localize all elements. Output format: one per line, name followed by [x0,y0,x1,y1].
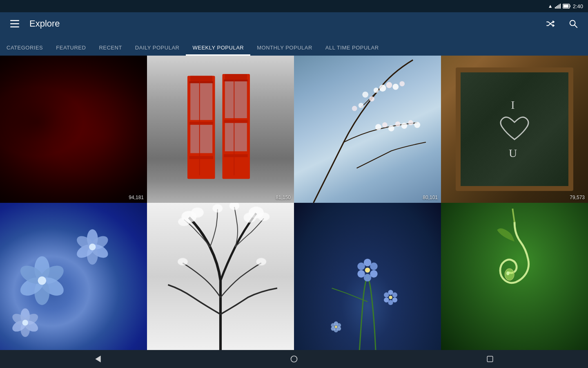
svg-point-41 [408,120,414,126]
svg-rect-0 [555,7,556,9]
svg-rect-24 [225,81,247,118]
svg-point-40 [401,123,408,129]
search-icon [569,19,578,28]
svg-point-96 [335,325,337,328]
shuffle-icon [546,20,555,27]
svg-point-98 [506,272,510,275]
svg-point-70 [244,213,256,223]
tab-categories[interactable]: CATEGORIES [0,45,49,56]
svg-point-88 [384,292,389,297]
svg-point-31 [392,84,399,90]
blue-flowers-image [0,203,147,350]
svg-marker-99 [95,356,100,363]
svg-point-39 [395,121,401,127]
svg-point-73 [229,203,240,210]
svg-point-67 [191,207,204,218]
svg-point-34 [362,92,368,98]
svg-line-12 [575,25,577,27]
svg-point-35 [369,96,374,102]
wifi-icon: ▲ [548,3,553,9]
tab-recent[interactable]: RECENT [92,45,128,56]
svg-point-30 [386,82,392,88]
back-icon [94,355,102,363]
tab-featured[interactable]: FEATURED [49,45,92,56]
status-time: 2:40 [573,3,583,9]
svg-point-97 [505,269,514,280]
svg-point-100 [291,356,297,362]
loveyou-count: 79,573 [570,195,585,200]
svg-point-81 [357,263,365,270]
svg-rect-20 [189,156,214,159]
svg-point-77 [370,263,378,270]
grid-cell-loveyou[interactable]: I U 79,573 [441,56,588,203]
back-button[interactable] [86,351,110,367]
recents-button[interactable] [478,351,502,367]
svg-point-74 [178,258,188,266]
svg-point-33 [374,88,379,93]
svg-point-71 [258,213,270,221]
svg-point-72 [212,204,223,213]
tab-weekly-popular[interactable]: WEEKLY POPULAR [186,45,250,56]
svg-rect-3 [559,4,559,9]
svg-point-37 [382,122,388,128]
svg-rect-15 [189,81,214,83]
grid-cell-roses[interactable]: 94,181 [0,56,147,203]
svg-rect-22 [225,74,247,80]
tabs-bar: CATEGORIES FEATURED RECENT DAILY POPULAR… [0,35,588,56]
toolbar: Explore [0,12,588,35]
search-button[interactable] [565,16,581,32]
toolbar-title: Explore [29,18,536,29]
svg-rect-16 [190,83,212,120]
phonebox-image [147,56,294,203]
svg-rect-1 [556,6,557,9]
spiral-image [441,203,588,350]
signal-icon [555,4,561,9]
tab-all-time-popular[interactable]: ALL TIME POPULAR [319,45,385,56]
svg-rect-26 [234,80,234,175]
grid-cell-bw-tree[interactable] [147,203,294,350]
svg-point-85 [392,297,397,302]
svg-point-79 [364,274,372,282]
svg-point-32 [399,81,405,86]
svg-rect-10 [10,27,19,28]
status-bar: ▲ 2:40 [0,0,588,12]
roses-image [0,56,147,203]
bw-tree-image [147,203,294,350]
svg-rect-9 [10,23,19,25]
grid-cell-cherry[interactable]: 80,101 [294,56,441,203]
svg-rect-19 [189,122,214,125]
svg-point-42 [414,122,420,128]
svg-point-95 [331,323,335,327]
svg-point-68 [178,218,190,226]
home-icon [290,355,298,363]
grid-cell-blue-flowers[interactable] [0,203,147,350]
svg-rect-8 [10,20,19,21]
tab-monthly-popular[interactable]: MONTHLY POPULAR [250,45,319,56]
svg-point-36 [375,124,381,130]
svg-point-44 [352,106,357,111]
svg-rect-7 [563,5,568,8]
svg-point-87 [384,297,389,302]
svg-point-78 [370,270,378,278]
svg-point-58 [89,244,96,250]
grid-cell-spiral[interactable] [441,203,588,350]
svg-point-83 [388,290,393,295]
svg-rect-25 [225,122,247,151]
grid-cell-forget-me-not[interactable] [294,203,441,350]
shuffle-button[interactable] [542,16,559,32]
svg-point-86 [388,300,393,305]
svg-rect-23 [224,80,248,82]
tab-daily-popular[interactable]: DAILY POPULAR [129,45,186,56]
svg-point-29 [379,85,386,92]
svg-rect-28 [224,154,248,157]
svg-rect-14 [190,76,212,82]
svg-point-65 [22,320,28,325]
roses-count: 94,181 [129,195,144,200]
grid-cell-phonebox[interactable]: 81,150 [147,56,294,203]
svg-point-76 [364,259,372,267]
forget-me-not-image [294,203,441,350]
svg-point-38 [388,125,394,131]
svg-point-84 [392,292,397,297]
menu-button[interactable] [7,16,23,32]
home-button[interactable] [282,351,306,367]
